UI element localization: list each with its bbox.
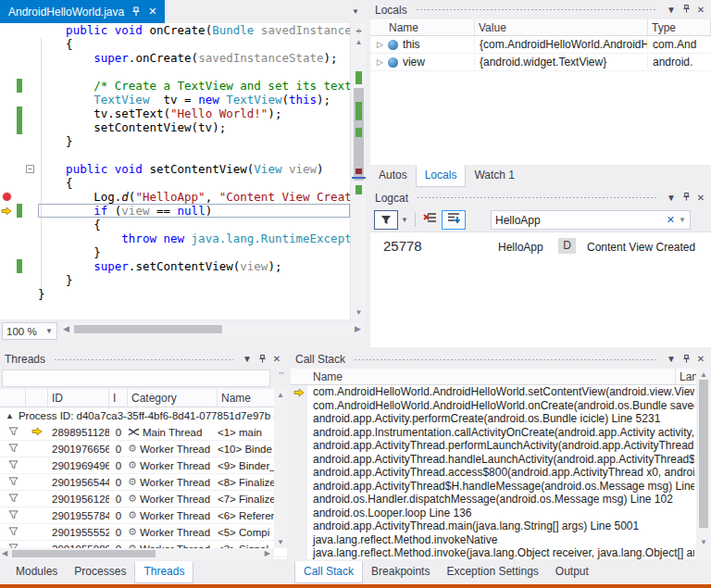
column-header-id[interactable]: ID [48, 389, 109, 407]
expand-arrow-icon[interactable]: ▷ [377, 40, 383, 49]
code-text[interactable] [38, 148, 350, 162]
breakpoint-margin[interactable] [0, 287, 15, 301]
tab-modules[interactable]: Modules [7, 561, 66, 582]
breakpoint-margin[interactable] [0, 106, 15, 120]
process-group-row[interactable]: ▲ Process ID: d40a7ca3-35ff-4bf6-8d41-07… [0, 407, 287, 424]
tab-threads[interactable]: Threads [134, 561, 193, 583]
column-header-category[interactable]: Category [128, 389, 218, 407]
outline-margin[interactable] [24, 190, 38, 204]
column-header-name[interactable]: Name [291, 369, 676, 384]
scroll-up-icon[interactable]: ▲ [275, 391, 286, 399]
breakpoint-margin[interactable] [0, 259, 15, 273]
thread-row[interactable]: 29019555520⚙Worker Thread<5> Compi [0, 524, 287, 541]
logcat-search-box[interactable]: ✕ ▼ [491, 210, 691, 230]
outline-margin[interactable] [24, 259, 38, 273]
code-text[interactable]: super.setContentView(view); [38, 259, 350, 273]
breakpoint-margin[interactable] [0, 176, 15, 190]
close-icon[interactable]: ✕ [695, 6, 706, 15]
outline-margin[interactable] [24, 23, 38, 37]
column-header-name[interactable]: Name [218, 389, 274, 407]
locals-row[interactable]: ▷this{com.AndroidHelloWorld.AndroidHello… [370, 36, 711, 54]
thread-row[interactable]: 29019694960⚙Worker Thread<9> Binder_ [0, 457, 287, 474]
pin-icon[interactable] [680, 192, 692, 204]
tab-watch-1[interactable]: Watch 1 [466, 165, 523, 186]
breakpoint-margin[interactable] [0, 79, 15, 93]
zoom-level-select[interactable]: 100 % ▼ [2, 322, 57, 340]
chevron-down-icon[interactable]: ▼ [401, 216, 408, 224]
code-text[interactable]: /* Create a TextView and set its text to… [38, 79, 350, 93]
breakpoint-margin[interactable] [0, 190, 15, 204]
toolbar-overflow-icon[interactable]: '' [280, 370, 284, 380]
breakpoint-margin[interactable] [0, 218, 15, 231]
stack-frame[interactable]: android.os.Handler.dispatchMessage(andro… [291, 493, 711, 507]
flag-cell[interactable] [0, 444, 26, 455]
flag-cell[interactable] [0, 527, 26, 538]
flag-cell[interactable] [0, 494, 26, 505]
breakpoint-margin[interactable] [0, 37, 15, 51]
pin-icon[interactable] [680, 354, 692, 366]
tab-breakpoints[interactable]: Breakpoints [363, 561, 438, 582]
scroll-down-icon[interactable]: ▼ [351, 308, 367, 317]
outline-margin[interactable] [24, 134, 38, 148]
document-tab[interactable]: AndroidHelloWorld.java ✕ [0, 0, 165, 23]
threads-search-box[interactable] [2, 369, 270, 387]
code-text[interactable]: throw new java.lang.RuntimeException("No… [38, 231, 350, 245]
scrollbar-thumb[interactable] [74, 325, 222, 333]
tab-call-stack[interactable]: Call Stack [294, 561, 363, 583]
pin-icon[interactable] [680, 4, 692, 16]
breakpoint-margin[interactable] [0, 93, 15, 106]
clear-search-icon[interactable]: ✕ [667, 214, 675, 226]
breakpoint-margin[interactable] [0, 120, 15, 134]
outline-margin[interactable] [24, 120, 38, 134]
window-menu-icon[interactable]: ▼ [242, 355, 253, 364]
flag-funnel-icon[interactable] [8, 460, 19, 471]
tab-output[interactable]: Output [547, 561, 597, 582]
window-menu-icon[interactable]: ▼ [666, 194, 677, 203]
outline-margin[interactable] [24, 106, 38, 120]
outline-margin[interactable] [24, 231, 38, 245]
code-text[interactable]: } [38, 245, 350, 259]
breakpoint-margin[interactable] [0, 204, 15, 218]
breakpoint-margin[interactable] [0, 51, 15, 65]
code-text[interactable]: tv.setText("Hello World!"); [38, 106, 350, 120]
pin-icon[interactable] [131, 6, 141, 17]
collapse-region-icon[interactable]: − [26, 165, 34, 173]
flag-cell[interactable] [0, 427, 26, 438]
clear-logcat-button[interactable] [419, 210, 442, 230]
code-text[interactable]: public void setContentView(View view) [38, 162, 350, 176]
outline-margin[interactable] [24, 287, 38, 301]
close-icon[interactable]: ✕ [148, 6, 156, 18]
code-text[interactable]: { [38, 176, 350, 190]
chevron-down-icon[interactable]: ▼ [679, 216, 686, 224]
outline-margin[interactable] [24, 176, 38, 190]
stack-frame[interactable]: android.app.ActivityThread.access$800(an… [291, 466, 711, 480]
flag-funnel-icon[interactable] [8, 510, 19, 521]
thread-row[interactable]: 29019766560⚙Worker Thread<10> Binde [0, 441, 287, 457]
tab-overflow-chevron-icon[interactable]: ▼ [352, 7, 359, 16]
scroll-right-icon[interactable]: ▶ [265, 549, 270, 557]
column-header-value[interactable]: Value [475, 19, 648, 35]
code-text[interactable]: setContentView(tv); [38, 120, 350, 134]
column-header-lang[interactable]: Lang [676, 369, 696, 384]
breakpoint-margin[interactable] [0, 245, 15, 259]
outline-margin[interactable] [24, 37, 38, 51]
stack-frame[interactable]: android.app.ActivityThread.handleLaunchA… [291, 453, 711, 467]
column-header-i[interactable]: I [109, 389, 128, 407]
collapse-chevron-icon[interactable]: ▲ [6, 411, 14, 420]
window-menu-icon[interactable]: ▼ [666, 6, 677, 15]
scroll-up-icon[interactable]: ▲ [351, 38, 367, 46]
outline-margin[interactable] [24, 148, 38, 162]
breakpoint-margin[interactable] [0, 231, 15, 245]
flag-funnel-icon[interactable] [8, 427, 19, 438]
scrollbar-thumb[interactable] [699, 380, 708, 528]
flag-funnel-icon[interactable] [8, 494, 19, 505]
tab-processes[interactable]: Processes [66, 561, 134, 582]
scroll-left-icon[interactable]: ◀ [63, 324, 69, 333]
stack-frame[interactable]: android.app.ActivityThread.performLaunch… [291, 439, 711, 453]
thread-row[interactable]: 29019557840⚙Worker Thread<6> Referer [0, 507, 287, 524]
stack-frame[interactable]: android.app.Instrumentation.callActivity… [291, 426, 711, 440]
column-header-current[interactable] [26, 389, 48, 407]
flag-funnel-icon[interactable] [8, 477, 19, 488]
outline-margin[interactable] [24, 204, 38, 218]
panel-drag-texture[interactable] [416, 7, 657, 12]
